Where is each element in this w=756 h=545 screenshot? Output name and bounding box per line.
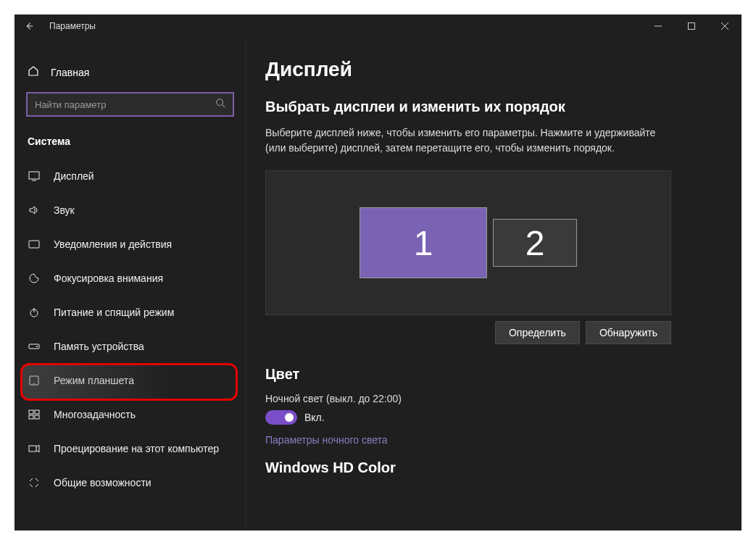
window-controls [641, 14, 742, 38]
nav-label: Дисплей [54, 170, 94, 182]
nav-item-notifications[interactable]: Уведомления и действия [14, 227, 246, 261]
svg-rect-17 [29, 415, 33, 419]
toggle-state: Вкл. [304, 412, 325, 423]
svg-rect-6 [29, 172, 39, 179]
focus-icon [28, 272, 41, 284]
monitor-arrangement[interactable]: 1 2 [265, 170, 671, 315]
nav-label: Память устройства [54, 341, 144, 352]
category-heading: Система [14, 122, 246, 154]
back-button[interactable] [23, 20, 35, 32]
page-title: Дисплей [265, 58, 723, 81]
nav-item-shared[interactable]: Общие возможности [14, 465, 246, 499]
nav-item-storage[interactable]: Память устройства [14, 329, 246, 363]
svg-point-12 [36, 346, 38, 347]
monitor-2[interactable]: 2 [493, 219, 577, 267]
home-icon [28, 65, 39, 79]
power-icon [28, 307, 41, 318]
nav-label: Проецирование на этот компьютер [54, 443, 219, 454]
section-desc: Выберите дисплей ниже, чтобы изменить ег… [265, 125, 671, 156]
night-light-label: Ночной свет (выкл. до 22:00) [265, 393, 723, 404]
search-box[interactable] [26, 92, 234, 117]
nav-item-tablet[interactable]: Режим планшета [14, 363, 246, 397]
maximize-button[interactable] [675, 14, 708, 38]
home-nav[interactable]: Главная [14, 58, 246, 86]
nav-item-sound[interactable]: Звук [14, 193, 246, 227]
nav-list: Дисплей Звук Уведомления и действия Фоку… [14, 159, 246, 499]
nav-label: Многозадачность [54, 409, 136, 420]
sidebar: Главная Система Дисплей Звук [14, 38, 246, 531]
monitor-1[interactable]: 1 [360, 207, 487, 278]
storage-icon [28, 343, 41, 350]
project-icon [28, 444, 41, 454]
nav-item-project[interactable]: Проецирование на этот компьютер [14, 431, 246, 465]
detect-button[interactable]: Обнаружить [586, 321, 671, 344]
section-heading-hd: Windows HD Color [265, 459, 723, 476]
nav-label: Звук [54, 204, 75, 216]
multitask-icon [28, 409, 41, 420]
tablet-icon [28, 375, 41, 386]
notifications-icon [28, 239, 41, 249]
section-heading-arrange: Выбрать дисплеи и изменить их порядок [265, 99, 723, 115]
svg-rect-1 [689, 23, 695, 30]
close-button[interactable] [708, 14, 742, 38]
svg-point-4 [217, 99, 223, 106]
svg-rect-16 [35, 410, 39, 414]
nav-item-multitask[interactable]: Многозадачность [14, 397, 246, 431]
nav-item-focus[interactable]: Фокусировка внимания [14, 261, 246, 295]
nav-label: Режим планшета [54, 375, 134, 386]
settings-window: Параметры Главная [14, 14, 742, 531]
night-light-settings-link[interactable]: Параметры ночного света [265, 434, 388, 446]
sound-icon [28, 205, 41, 215]
nav-label: Питание и спящий режим [54, 307, 174, 318]
toggle-knob [285, 413, 294, 422]
shared-icon [28, 477, 41, 488]
titlebar: Параметры [14, 14, 742, 38]
svg-point-14 [33, 383, 35, 384]
nav-label: Уведомления и действия [54, 238, 172, 250]
svg-rect-15 [29, 410, 33, 414]
nav-item-display[interactable]: Дисплей [14, 159, 246, 193]
section-heading-color: Цвет [265, 366, 723, 383]
nav-label: Фокусировка внимания [54, 272, 163, 284]
home-label: Главная [51, 67, 89, 78]
svg-rect-18 [35, 415, 39, 419]
svg-rect-19 [29, 446, 36, 452]
app-title: Параметры [49, 21, 96, 31]
display-icon [28, 171, 41, 181]
search-input[interactable] [35, 99, 215, 110]
minimize-button[interactable] [641, 14, 675, 38]
search-icon [215, 98, 225, 111]
night-light-toggle[interactable] [265, 410, 297, 425]
svg-line-5 [223, 105, 225, 108]
svg-rect-8 [29, 241, 39, 248]
nav-item-power[interactable]: Питание и спящий режим [14, 295, 246, 329]
nav-label: Общие возможности [54, 477, 151, 488]
content-area: Дисплей Выбрать дисплеи и изменить их по… [246, 38, 742, 531]
identify-button[interactable]: Определить [495, 321, 580, 344]
